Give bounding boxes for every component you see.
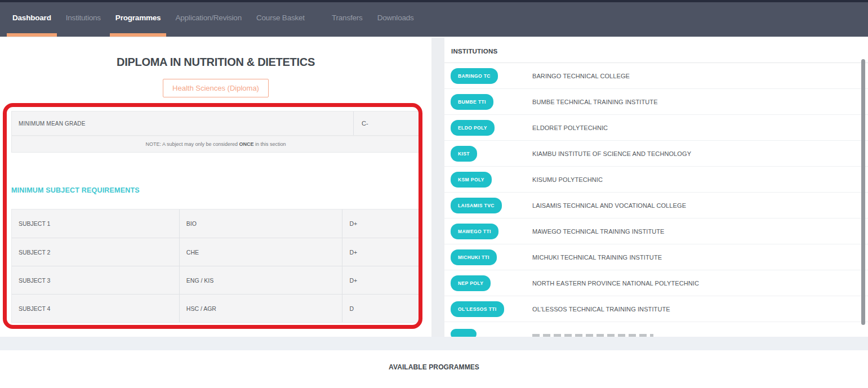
subject-row-subjects: HSC / AGR <box>179 295 342 322</box>
subject-requirement-row: SUBJECT 2 CHE D+ <box>12 238 420 266</box>
institution-badge-cell: MICHUKI TTI <box>451 249 532 265</box>
institutions-heading: INSTITUTIONS <box>444 38 868 63</box>
subject-row-label: SUBJECT 4 <box>12 295 179 322</box>
minimum-mean-grade-table: MINIMUM MEAN GRADE C- NOTE: A subject ma… <box>11 111 420 153</box>
institution-row[interactable]: BARINGO TC BARINGO TECHNICAL COLLEGE <box>444 63 868 89</box>
nav-item-label: Transfers <box>332 14 363 22</box>
institution-badge-cell: OL'LESSOS TTI <box>451 301 532 317</box>
minimum-mean-grade-row: MINIMUM MEAN GRADE C- <box>11 111 420 136</box>
nav-item-label: Institutions <box>66 14 101 22</box>
subject-row-subjects: BIO <box>179 209 342 238</box>
institution-name: LAISAMIS TECHNICAL AND VOCATIONAL COLLEG… <box>532 202 686 209</box>
institution-code-badge[interactable]: LAISAMIS TVC <box>451 198 502 213</box>
nav-item-label: Downloads <box>377 14 414 22</box>
subject-row-subjects: CHE <box>179 238 342 266</box>
nav-item-label: Application/Revision <box>175 14 242 22</box>
institution-row[interactable] <box>444 322 868 337</box>
subject-row-grade: D+ <box>342 266 420 294</box>
institution-badge-cell: NEP POLY <box>451 275 532 291</box>
institution-name: KISUMU POLYTECHNIC <box>532 176 603 183</box>
subject-row-label: SUBJECT 3 <box>12 266 179 294</box>
institution-name: OL'LESSOS TECHNICAL TRAINING INSTITUTE <box>532 306 670 313</box>
institution-code-badge[interactable]: MICHUKI TTI <box>451 249 497 265</box>
institution-code-badge[interactable]: NEP POLY <box>451 275 491 291</box>
subject-row-grade: D+ <box>342 238 420 266</box>
institution-row[interactable]: OL'LESSOS TTI OL'LESSOS TECHNICAL TRAINI… <box>444 296 868 322</box>
institution-row[interactable]: MAWEGO TTI MAWEGO TECHNICAL TRAINING INS… <box>444 218 868 244</box>
institution-code-badge[interactable] <box>451 329 477 337</box>
panel-gap <box>431 38 444 337</box>
nav-item-institutions[interactable]: Institutions <box>60 2 106 37</box>
institution-row[interactable]: BUMBE TTI BUMBE TECHNICAL TRAINING INSTI… <box>444 89 868 115</box>
programme-details-panel: DIPLOMA IN NUTRITION & DIETETICS Health … <box>0 38 431 337</box>
main-nav: Dashboard Institutions Programmes Applic… <box>0 2 868 37</box>
nav-item-programmes[interactable]: Programmes <box>110 2 167 37</box>
institution-row[interactable]: MICHUKI TTI MICHUKI TECHNICAL TRAINING I… <box>444 244 868 270</box>
institution-row[interactable]: NEP POLY NORTH EASTERN PROVINCE NATIONAL… <box>444 270 868 296</box>
institution-name: KIAMBU INSTITUTE OF SCIENCE AND TECHNOLO… <box>532 150 691 157</box>
nav-item-dashboard[interactable]: Dashboard <box>7 2 57 37</box>
institution-code-badge[interactable]: BARINGO TC <box>451 68 498 84</box>
nav-item-label: Programmes <box>115 14 161 22</box>
institutions-scrollbar[interactable] <box>861 59 865 325</box>
institution-badge-cell: MAWEGO TTI <box>451 224 532 239</box>
institution-badge-cell: KSM POLY <box>451 172 532 188</box>
programme-title: DIPLOMA IN NUTRITION & DIETETICS <box>0 56 431 69</box>
note-suffix: in this section <box>254 141 286 147</box>
institution-code-badge[interactable]: MAWEGO TTI <box>451 224 498 239</box>
institution-code-badge[interactable]: KIST <box>451 146 477 162</box>
subject-requirement-row: SUBJECT 3 ENG / KIS D+ <box>12 266 420 294</box>
institution-badge-cell <box>451 329 532 337</box>
note-prefix: NOTE: A subject may only be considered <box>145 141 239 147</box>
subject-requirement-row: SUBJECT 1 BIO D+ <box>12 209 420 238</box>
institution-code-badge[interactable]: OL'LESSOS TTI <box>451 301 504 317</box>
institution-row[interactable]: LAISAMIS TVC LAISAMIS TECHNICAL AND VOCA… <box>444 193 868 218</box>
available-programmes-heading: AVAILABLE PROGRAMMES <box>0 363 868 371</box>
programme-category-badge: Health Sciences (Diploma) <box>163 79 269 97</box>
institution-code-badge[interactable]: KSM POLY <box>451 172 492 188</box>
subject-requirements-heading: MINIMUM SUBJECT REQUIREMENTS <box>11 186 431 194</box>
institution-badge-cell: KIST <box>451 146 532 162</box>
subject-requirements-table: SUBJECT 1 BIO D+ SUBJECT 2 CHE D+ SUBJEC… <box>11 209 420 323</box>
subject-row-label: SUBJECT 2 <box>12 238 179 266</box>
institutions-panel: INSTITUTIONS BARINGO TC BARINGO TECHNICA… <box>444 38 868 337</box>
minimum-mean-grade-label: MINIMUM MEAN GRADE <box>12 112 353 135</box>
note-bold: ONCE <box>239 141 254 147</box>
institutions-list: BARINGO TC BARINGO TECHNICAL COLLEGE BUM… <box>444 63 868 337</box>
institution-row[interactable]: KIST KIAMBU INSTITUTE OF SCIENCE AND TEC… <box>444 141 868 167</box>
institution-name: BARINGO TECHNICAL COLLEGE <box>532 73 630 79</box>
nav-item-label: Dashboard <box>12 14 51 22</box>
institution-code-badge[interactable]: BUMBE TTI <box>451 94 493 110</box>
institution-badge-cell: BUMBE TTI <box>451 94 532 110</box>
institution-name: NORTH EASTERN PROVINCE NATIONAL POLYTECH… <box>532 280 699 287</box>
minimum-mean-grade-value: C- <box>353 112 420 135</box>
institution-code-badge[interactable]: ELDO POLY <box>451 120 495 136</box>
institution-badge-cell: ELDO POLY <box>451 120 532 136</box>
subject-row-label: SUBJECT 1 <box>12 209 179 238</box>
institution-row[interactable]: ELDO POLY ELDORET POLYTECHNIC <box>444 115 868 141</box>
section-divider-band <box>0 337 868 350</box>
institution-name: BUMBE TECHNICAL TRAINING INSTITUTE <box>532 99 658 105</box>
subject-row-grade: D <box>342 295 420 322</box>
nav-item-transfers[interactable]: Transfers <box>326 2 368 37</box>
subject-row-subjects: ENG / KIS <box>179 266 342 294</box>
nav-item-downloads[interactable]: Downloads <box>372 2 420 37</box>
nav-item-label: Course Basket <box>256 14 305 22</box>
subject-row-grade: D+ <box>342 209 420 238</box>
institution-row[interactable]: KSM POLY KISUMU POLYTECHNIC <box>444 167 868 193</box>
nav-item-course-basket[interactable]: Course Basket <box>251 2 310 37</box>
subject-note: NOTE: A subject may only be considered O… <box>11 136 420 153</box>
subject-requirement-row: SUBJECT 4 HSC / AGR D <box>12 294 420 322</box>
institution-badge-cell: LAISAMIS TVC <box>451 198 532 213</box>
nav-item-application-revision[interactable]: Application/Revision <box>170 2 247 37</box>
institution-name: MAWEGO TECHNICAL TRAINING INSTITUTE <box>532 228 665 235</box>
institution-badge-cell: BARINGO TC <box>451 68 532 84</box>
programme-badge-wrap: Health Sciences (Diploma) <box>0 79 431 97</box>
institution-name: ELDORET POLYTECHNIC <box>532 124 608 131</box>
institution-name: MICHUKI TECHNICAL TRAINING INSTITUTE <box>532 254 662 261</box>
